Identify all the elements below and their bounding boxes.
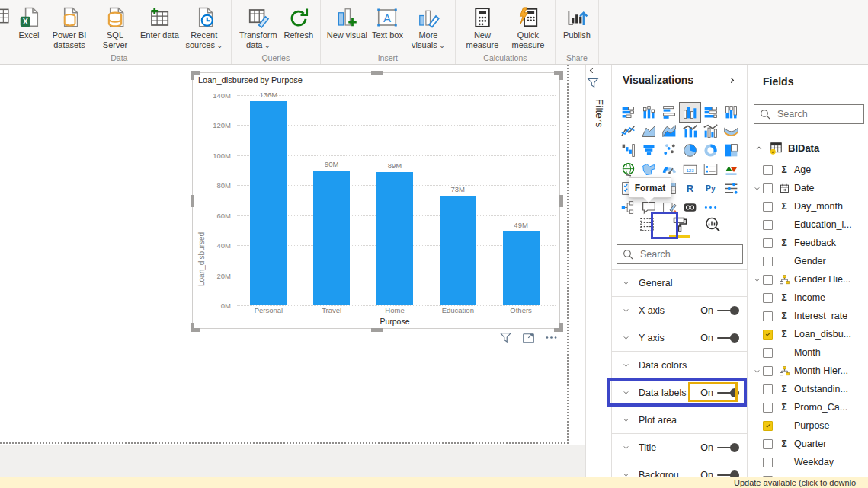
visual-type-multirow-card-icon[interactable] xyxy=(700,160,721,179)
selection-handle[interactable] xyxy=(559,323,563,332)
visual-type-clustered-bar-icon[interactable] xyxy=(659,103,680,122)
format-section-backgrou[interactable]: Backgrou...On xyxy=(612,461,747,477)
selection-handle[interactable] xyxy=(191,323,194,332)
format-section-data-colors[interactable]: Data colors xyxy=(612,351,747,378)
bar-education[interactable] xyxy=(440,196,476,305)
visual-type-pie-icon[interactable] xyxy=(680,141,700,160)
checkbox[interactable] xyxy=(763,384,773,394)
analytics-tab[interactable] xyxy=(701,212,724,237)
visual-type-treemap-icon[interactable] xyxy=(721,141,741,160)
field-item-loan-disbu[interactable]: ΣLoan_disbu... xyxy=(748,325,868,343)
field-item-income[interactable]: ΣIncome xyxy=(748,289,868,307)
visual-type-funnel-icon[interactable] xyxy=(639,141,659,160)
field-item-promo-ca[interactable]: ΣPromo_Ca... xyxy=(748,398,868,416)
visual-type-kpi-icon[interactable] xyxy=(721,160,741,179)
visual-type-gauge-icon[interactable] xyxy=(659,160,680,179)
field-item-gender-hie[interactable]: Gender Hie... xyxy=(748,270,868,289)
visual-type-ribbon-icon[interactable] xyxy=(721,122,741,141)
checkbox[interactable] xyxy=(763,238,773,248)
checkbox[interactable] xyxy=(763,439,773,449)
ribbon-button-excel[interactable]: XExcel xyxy=(11,2,46,40)
selection-handle[interactable] xyxy=(559,195,563,207)
visual-type-pct-stacked-column-icon[interactable] xyxy=(721,103,741,122)
selection-handle[interactable] xyxy=(559,71,563,80)
format-tab[interactable] xyxy=(668,212,691,237)
ribbon-button-power-bi-datasets[interactable]: Power BI datasets xyxy=(46,2,92,50)
field-item-gender[interactable]: Gender xyxy=(748,252,868,270)
checkbox[interactable] xyxy=(763,311,773,321)
checkbox[interactable] xyxy=(763,403,773,413)
toggle-switch[interactable] xyxy=(717,470,738,477)
field-item-month[interactable]: Month xyxy=(748,343,868,362)
fields-search-box[interactable] xyxy=(754,104,864,124)
visual-type-python-icon[interactable]: Py xyxy=(700,179,721,198)
visual-type-area-icon[interactable] xyxy=(639,122,659,141)
format-section-plot-area[interactable]: Plot area xyxy=(612,406,747,433)
format-section-title[interactable]: TitleOn xyxy=(612,433,747,461)
more-options-icon[interactable] xyxy=(544,330,559,345)
expand-field-icon[interactable] xyxy=(748,183,763,193)
ribbon-button-transform-data[interactable]: Transform data xyxy=(235,2,281,50)
filters-collapsed-pane[interactable]: Filters xyxy=(585,65,611,477)
checkbox[interactable] xyxy=(763,458,773,467)
format-section-x-axis[interactable]: X axisOn xyxy=(612,296,747,324)
field-item-education-l[interactable]: Education_l... xyxy=(748,215,868,234)
bar-others[interactable] xyxy=(503,231,540,305)
visual-type-pct-stacked-bar-icon[interactable] xyxy=(700,103,721,122)
visual-type-map-icon[interactable] xyxy=(618,160,639,179)
checkbox[interactable] xyxy=(763,275,773,285)
checkbox[interactable] xyxy=(763,257,773,266)
format-search-input[interactable] xyxy=(639,248,738,260)
ribbon-button-enter-data[interactable]: Enter data xyxy=(138,2,181,40)
visual-type-waterfall-icon[interactable] xyxy=(618,141,639,160)
field-item-outstandin[interactable]: ΣOutstandin... xyxy=(748,380,868,398)
field-item-date[interactable]: Date xyxy=(748,179,868,197)
checkbox[interactable] xyxy=(763,220,773,230)
toggle-switch[interactable] xyxy=(717,443,738,452)
ribbon-button-quick-measure[interactable]: Quick measure xyxy=(505,2,551,50)
format-section-data-labels[interactable]: Data labelsOn xyxy=(612,378,747,406)
field-item-month-hier[interactable]: Month Hier... xyxy=(748,362,868,380)
ribbon-button-text-box[interactable]: AText box xyxy=(370,2,405,40)
focus-mode-icon[interactable] xyxy=(521,330,536,345)
field-item-weekday[interactable]: Weekday xyxy=(748,453,868,471)
expand-filters-icon[interactable] xyxy=(586,65,611,76)
visual-type-stacked-area-icon[interactable] xyxy=(659,122,680,141)
collapse-table-icon[interactable] xyxy=(754,143,764,154)
checkbox[interactable] xyxy=(763,165,773,175)
ribbon-button-new-measure[interactable]: New measure xyxy=(460,2,505,50)
checkbox[interactable] xyxy=(763,348,773,358)
visual-type-paginated-report-icon[interactable] xyxy=(721,179,741,198)
checkbox[interactable] xyxy=(763,183,773,193)
field-item-purpose[interactable]: Purpose xyxy=(748,416,868,435)
format-section-general[interactable]: General xyxy=(612,269,747,296)
format-search-box[interactable] xyxy=(617,244,743,264)
ribbon-button-refresh[interactable]: Refresh xyxy=(281,2,316,40)
ribbon-button-new-visual[interactable]: New visual xyxy=(325,2,370,40)
selection-handle[interactable] xyxy=(371,71,383,75)
toggle-switch[interactable] xyxy=(717,388,738,397)
field-item-quarter[interactable]: ΣQuarter xyxy=(748,435,868,453)
update-notification[interactable]: Update available (click to downlo xyxy=(734,478,856,487)
field-item-age[interactable]: ΣAge xyxy=(748,161,868,179)
toggle-switch[interactable] xyxy=(717,306,738,315)
visual-type-clustered-column-icon[interactable] xyxy=(680,103,700,122)
checkbox-checked[interactable] xyxy=(763,330,773,340)
visual-type-stacked-column-icon[interactable] xyxy=(639,103,659,122)
ribbon-button-recent-sources[interactable]: Recent sources xyxy=(181,2,227,50)
status-bar[interactable]: Update available (click to downlo xyxy=(0,477,868,488)
collapse-pane-icon[interactable] xyxy=(726,75,738,86)
visual-type-r-script-icon[interactable]: R xyxy=(680,179,700,198)
visual-type-line-icon[interactable] xyxy=(618,122,639,141)
bar-personal[interactable] xyxy=(250,101,287,305)
checkbox[interactable] xyxy=(763,366,773,376)
report-canvas[interactable]: Loan_disbursed by Purpose Loan_disbursed… xyxy=(0,65,585,477)
selection-handle[interactable] xyxy=(371,328,383,332)
ribbon-button-more-visuals[interactable]: More visuals xyxy=(405,2,451,50)
checkbox-checked[interactable] xyxy=(763,421,773,431)
field-item-day-month[interactable]: ΣDay_month xyxy=(748,197,868,215)
bar-chart-visual[interactable]: Loan_disbursed by Purpose Loan_disbursed… xyxy=(192,72,560,329)
visual-type-donut-icon[interactable] xyxy=(700,141,721,160)
visual-type-line-stacked-column-icon[interactable] xyxy=(680,122,700,141)
expand-field-icon[interactable] xyxy=(748,275,763,285)
